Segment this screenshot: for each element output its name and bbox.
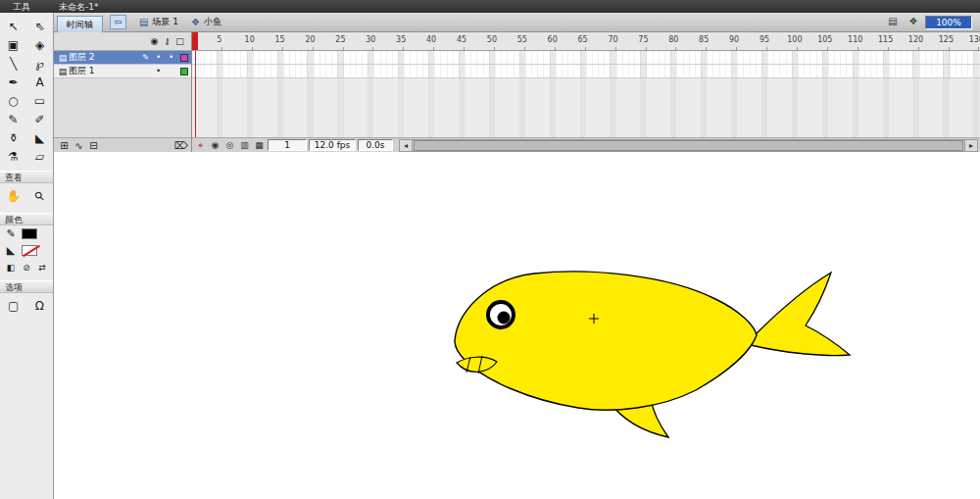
add-motion-guide-button[interactable]: ∿ (72, 139, 86, 152)
subselection-tool-icon[interactable]: ⇖ (26, 17, 53, 35)
symbol-icon: ❖ (191, 17, 200, 27)
frame-rate-indicator[interactable]: 12.0 fps (309, 139, 356, 151)
breadcrumb-scene[interactable]: ▤ 场景 1 (139, 16, 178, 28)
edit-symbol-button[interactable]: ❖ (905, 15, 922, 29)
outline-all-layers-icon[interactable]: □ (173, 36, 186, 46)
brush-tool-icon[interactable]: ✐ (26, 110, 53, 128)
default-colors-button[interactable]: ◧ (4, 261, 18, 274)
stroke-pencil-icon: ✎ (4, 227, 18, 240)
stroke-color-swatch[interactable] (22, 228, 37, 239)
timeline-horizontal-scrollbar[interactable]: ◂ ▸ (399, 139, 978, 152)
layer-outline-color-swatch[interactable] (180, 54, 188, 62)
timeline-tab[interactable]: 时间轴 (57, 16, 103, 32)
timeline-footer: ⌖ ◉ ◎ ▥ ▦ 1 12.0 fps 0.0s ◂ ▸ (192, 137, 980, 152)
eyedropper-tool-icon[interactable]: ⚗ (0, 147, 26, 166)
hand-tool-icon[interactable]: ✋ (2, 186, 25, 205)
view-tools-row: ✋⚲ (0, 183, 53, 208)
breadcrumb-symbol[interactable]: ❖ 小鱼 (191, 16, 221, 28)
ruler-tick-125: 125 (937, 35, 955, 44)
color-mini-buttons: ◧⊘⇄ (0, 259, 53, 275)
oval-tool-icon[interactable]: ○ (0, 91, 26, 110)
edit-bar: 时间轴 ⇦ ▤ 场景 1 ❖ 小鱼 ▤ ❖ 100% (54, 13, 980, 32)
frame-row-layer-2[interactable] (192, 51, 980, 65)
layer-outline-color-swatch[interactable] (180, 68, 188, 75)
layer-row-1[interactable]: ▤ 图层 1 • (54, 65, 191, 78)
ruler-tick-60: 60 (544, 35, 562, 44)
tools-grid: ↖⇖▣◈╲℘✒A○▭✎✐⚱◣⚗▱ (0, 13, 53, 166)
pencil-tool-icon[interactable]: ✎ (0, 110, 26, 128)
fill-color-swatch[interactable] (22, 245, 37, 256)
scrollbar-thumb[interactable] (414, 140, 963, 151)
view-section-label: 查看 (0, 171, 53, 183)
layer-lock-dot[interactable]: • (165, 53, 177, 62)
zoom-tool-icon[interactable]: ⚲ (28, 186, 52, 205)
modify-onion-markers-button[interactable]: ▦ (253, 139, 266, 152)
colors-section-label: 颜色 (0, 213, 53, 225)
layer-visibility-dot[interactable]: • (152, 67, 165, 75)
swap-colors-button[interactable]: ⇄ (35, 261, 49, 274)
snap-align-button[interactable]: ▢ (2, 296, 25, 315)
frame-row-layer-1[interactable] (192, 65, 980, 78)
edit-scene-button[interactable]: ▤ (884, 15, 902, 29)
ruler-tick-55: 55 (514, 35, 531, 44)
ruler-tick-45: 45 (453, 35, 470, 44)
ruler-tick-75: 75 (634, 35, 652, 44)
ruler-tick-90: 90 (725, 35, 743, 44)
onion-skin-button[interactable]: ◉ (209, 139, 221, 152)
lock-all-layers-icon[interactable]: ⚷ (161, 36, 173, 46)
lasso-tool-icon[interactable]: ℘ (26, 54, 53, 73)
scene-name: 场景 1 (152, 16, 178, 28)
selection-tool-icon[interactable]: ↖ (0, 17, 26, 35)
fish-eye-pupil (498, 312, 511, 324)
eraser-tool-icon[interactable]: ▱ (26, 147, 53, 166)
ruler-tick-100: 100 (786, 35, 804, 44)
zoom-level-combobox[interactable]: 100% (925, 16, 972, 29)
frames-pane: 5101520253035404550556065707580859095100… (191, 32, 980, 152)
active-pencil-icon: ✎ (139, 53, 152, 62)
ruler-tick-10: 10 (241, 35, 259, 44)
layer-icon: ▤ (57, 67, 69, 76)
pen-tool-icon[interactable]: ✒ (0, 73, 26, 91)
delete-layer-button[interactable]: ⌦ (173, 139, 188, 152)
no-fill-slash-icon (23, 245, 40, 257)
ruler-tick-50: 50 (483, 35, 501, 44)
ruler-tick-40: 40 (422, 35, 440, 44)
snap-to-objects-magnet-button[interactable]: Ω (28, 296, 52, 315)
line-tool-icon[interactable]: ╲ (0, 54, 26, 73)
stage-canvas[interactable] (54, 152, 980, 499)
layer-visibility-dot[interactable]: • (152, 53, 165, 62)
fish-drawing[interactable] (431, 255, 872, 456)
rectangle-tool-icon[interactable]: ▭ (26, 91, 53, 110)
scroll-left-arrow[interactable]: ◂ (400, 140, 413, 151)
insert-layer-button[interactable]: ⊞ (57, 139, 72, 152)
onion-skin-outlines-button[interactable]: ◎ (223, 139, 236, 152)
center-frame-button[interactable]: ⌖ (194, 139, 207, 152)
ruler-tick-115: 115 (877, 35, 895, 44)
ruler-tick-35: 35 (392, 35, 410, 44)
playhead-marker[interactable] (192, 32, 198, 51)
paint-bucket-tool-icon[interactable]: ◣ (26, 128, 53, 147)
layer-row-2[interactable]: ▤ 图层 2 ✎ • • (54, 51, 191, 65)
fish-body (455, 272, 757, 410)
layer-name: 图层 2 (69, 51, 139, 64)
timeline-panel: ◉⚷□ ▤ 图层 2 ✎ • • ▤ 图层 1 • ⊞∿⊟ (54, 32, 980, 152)
insert-layer-folder-button[interactable]: ⊟ (86, 139, 101, 152)
show-hide-all-layers-icon[interactable]: ◉ (148, 36, 161, 46)
no-color-button[interactable]: ⊘ (20, 261, 33, 274)
options-section-label: 选项 (0, 280, 53, 293)
ruler-tick-80: 80 (664, 35, 682, 44)
fill-color-row: ◣ (0, 242, 53, 259)
ruler-tick-110: 110 (847, 35, 864, 44)
fill-bucket-icon: ◣ (4, 244, 18, 257)
ruler-tick-70: 70 (605, 35, 622, 44)
scroll-right-arrow[interactable]: ▸ (964, 140, 977, 151)
current-frame-indicator: 1 (268, 139, 307, 151)
ink-bottle-tool-icon[interactable]: ⚱ (0, 128, 26, 147)
ruler-tick-65: 65 (574, 35, 592, 44)
edit-multiple-frames-button[interactable]: ▥ (238, 139, 251, 152)
timeline-ruler[interactable]: 5101520253035404550556065707580859095100… (192, 32, 980, 51)
back-button[interactable]: ⇦ (110, 15, 126, 29)
gradient-transform-tool-icon[interactable]: ◈ (26, 35, 53, 54)
text-tool-icon[interactable]: A (26, 73, 53, 91)
free-transform-tool-icon[interactable]: ▣ (0, 35, 26, 54)
